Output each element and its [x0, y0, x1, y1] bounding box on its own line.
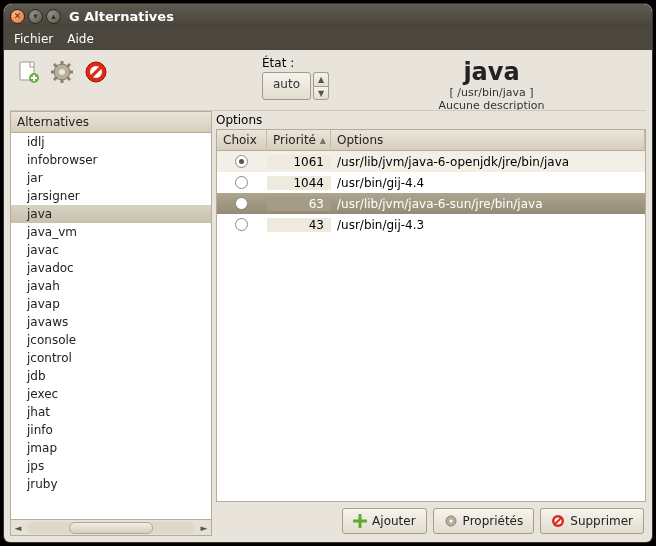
cell-path: /usr/lib/jvm/java-6-openjdk/jre/bin/java [331, 155, 645, 169]
plus-icon [353, 514, 367, 528]
radio-button[interactable] [235, 155, 248, 168]
svg-line-10 [67, 64, 70, 67]
app-window: ✕ ▾ ▴ G Alternatives Fichier Aide État [4, 4, 652, 542]
svg-line-9 [67, 77, 70, 80]
svg-line-11 [54, 77, 57, 80]
cell-priority: 43 [267, 218, 331, 232]
sidebar-item-jcontrol[interactable]: jcontrol [11, 349, 211, 367]
radio-button[interactable] [235, 176, 248, 189]
sidebar-item-jar[interactable]: jar [11, 169, 211, 187]
add-label: Ajouter [372, 514, 416, 528]
sidebar-title: Alternatives [10, 111, 212, 133]
table-row[interactable]: 43/usr/bin/gij-4.3 [217, 214, 645, 235]
properties-button[interactable]: Propriétés [433, 508, 535, 534]
delete-label: Supprimer [570, 514, 633, 528]
cell-path: /usr/bin/gij-4.4 [331, 176, 645, 190]
cell-path: /usr/lib/jvm/java-6-sun/jre/bin/java [331, 197, 645, 211]
sidebar-item-javah[interactable]: javah [11, 277, 211, 295]
col-path[interactable]: Options [331, 130, 645, 150]
sidebar-item-jps[interactable]: jps [11, 457, 211, 475]
sidebar-item-javaws[interactable]: javaws [11, 313, 211, 331]
sidebar-item-jruby[interactable]: jruby [11, 475, 211, 493]
sidebar-item-java[interactable]: java [11, 205, 211, 223]
gear-icon [444, 514, 458, 528]
forbidden-icon[interactable] [82, 58, 110, 86]
spin-up-icon[interactable]: ▲ [313, 72, 329, 86]
table-row[interactable]: 63/usr/lib/jvm/java-6-sun/jre/bin/java [217, 193, 645, 214]
page-title: java [337, 58, 646, 86]
svg-line-8 [54, 64, 57, 67]
titlebar[interactable]: ✕ ▾ ▴ G Alternatives [4, 4, 652, 28]
sidebar-item-java_vm[interactable]: java_vm [11, 223, 211, 241]
col-choice[interactable]: Choix [217, 130, 267, 150]
spin-down-icon[interactable]: ▼ [313, 86, 329, 100]
state-value[interactable]: auto [262, 72, 311, 100]
alternatives-list[interactable]: idljinfobrowserjarjarsignerjavajava_vmja… [10, 133, 212, 520]
close-icon[interactable]: ✕ [10, 9, 25, 24]
properties-label: Propriétés [463, 514, 524, 528]
radio-button[interactable] [235, 218, 248, 231]
cell-path: /usr/bin/gij-4.3 [331, 218, 645, 232]
sidebar-item-infobrowser[interactable]: infobrowser [11, 151, 211, 169]
sidebar-item-javadoc[interactable]: javadoc [11, 259, 211, 277]
sidebar-item-idlj[interactable]: idlj [11, 133, 211, 151]
forbidden-icon [551, 514, 565, 528]
window-title: G Alternatives [69, 9, 174, 24]
chevron-left-icon[interactable]: ◄ [11, 523, 25, 533]
cell-priority: 1061 [267, 155, 331, 169]
sidebar-item-jmap[interactable]: jmap [11, 439, 211, 457]
options-table: Choix Priorité▲ Options 1061/usr/lib/jvm… [216, 129, 646, 502]
maximize-icon[interactable]: ▴ [46, 9, 61, 24]
svg-point-16 [449, 520, 452, 523]
table-row[interactable]: 1044/usr/bin/gij-4.4 [217, 172, 645, 193]
gear-icon[interactable] [48, 58, 76, 86]
col-priority[interactable]: Priorité▲ [267, 130, 331, 150]
delete-button[interactable]: Supprimer [540, 508, 644, 534]
scroll-thumb[interactable] [69, 522, 153, 534]
radio-button[interactable] [235, 197, 248, 210]
sidebar-item-jconsole[interactable]: jconsole [11, 331, 211, 349]
sidebar-item-jarsigner[interactable]: jarsigner [11, 187, 211, 205]
state-label: État : [262, 56, 294, 70]
menu-help[interactable]: Aide [61, 30, 100, 48]
sidebar-item-jhat[interactable]: jhat [11, 403, 211, 421]
sidebar-item-javac[interactable]: javac [11, 241, 211, 259]
minimize-icon[interactable]: ▾ [28, 9, 43, 24]
page-path: [ /usr/bin/java ] [337, 86, 646, 99]
svg-point-3 [59, 69, 65, 75]
sidebar-item-javap[interactable]: javap [11, 295, 211, 313]
menu-file[interactable]: Fichier [8, 30, 59, 48]
sidebar-item-jinfo[interactable]: jinfo [11, 421, 211, 439]
cell-priority: 1044 [267, 176, 331, 190]
new-icon[interactable] [14, 58, 42, 86]
add-button[interactable]: Ajouter [342, 508, 427, 534]
cell-priority: 63 [267, 197, 331, 211]
table-row[interactable]: 1061/usr/lib/jvm/java-6-openjdk/jre/bin/… [217, 151, 645, 172]
h-scrollbar[interactable]: ◄ ► [10, 520, 212, 536]
sidebar-item-jdb[interactable]: jdb [11, 367, 211, 385]
options-title: Options [216, 111, 646, 129]
sort-asc-icon: ▲ [320, 136, 326, 145]
sidebar-item-jexec[interactable]: jexec [11, 385, 211, 403]
chevron-right-icon[interactable]: ► [197, 523, 211, 533]
menubar: Fichier Aide [4, 28, 652, 50]
